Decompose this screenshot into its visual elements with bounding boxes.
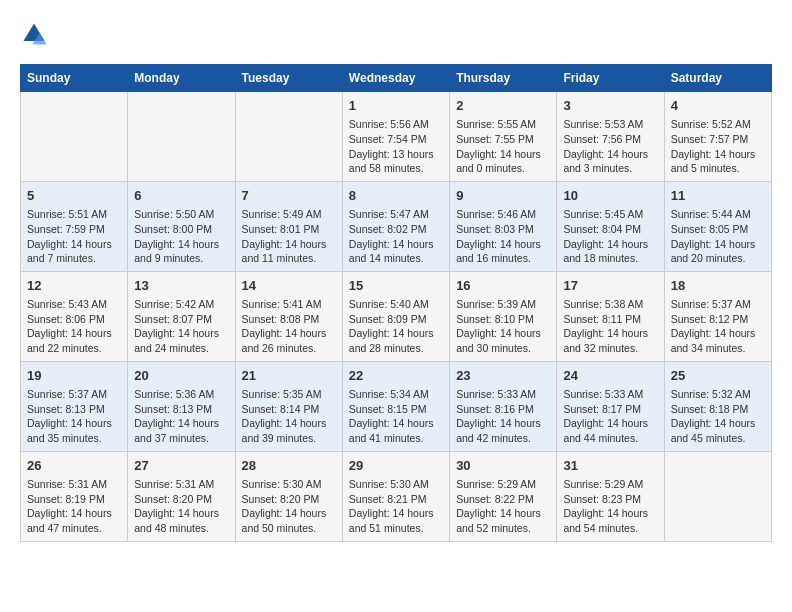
calendar-cell: [128, 92, 235, 182]
calendar-table: SundayMondayTuesdayWednesdayThursdayFrid…: [20, 64, 772, 542]
day-info: Sunrise: 5:37 AM Sunset: 8:12 PM Dayligh…: [671, 297, 765, 356]
calendar-cell: 11Sunrise: 5:44 AM Sunset: 8:05 PM Dayli…: [664, 181, 771, 271]
calendar-cell: 4Sunrise: 5:52 AM Sunset: 7:57 PM Daylig…: [664, 92, 771, 182]
calendar-cell: 7Sunrise: 5:49 AM Sunset: 8:01 PM Daylig…: [235, 181, 342, 271]
day-number: 21: [242, 367, 336, 385]
day-info: Sunrise: 5:36 AM Sunset: 8:13 PM Dayligh…: [134, 387, 228, 446]
day-number: 16: [456, 277, 550, 295]
day-info: Sunrise: 5:34 AM Sunset: 8:15 PM Dayligh…: [349, 387, 443, 446]
day-info: Sunrise: 5:35 AM Sunset: 8:14 PM Dayligh…: [242, 387, 336, 446]
calendar-cell: [235, 92, 342, 182]
calendar-cell: 28Sunrise: 5:30 AM Sunset: 8:20 PM Dayli…: [235, 451, 342, 541]
header-day-monday: Monday: [128, 65, 235, 92]
day-number: 1: [349, 97, 443, 115]
day-number: 5: [27, 187, 121, 205]
calendar-header: SundayMondayTuesdayWednesdayThursdayFrid…: [21, 65, 772, 92]
week-row-2: 12Sunrise: 5:43 AM Sunset: 8:06 PM Dayli…: [21, 271, 772, 361]
day-info: Sunrise: 5:46 AM Sunset: 8:03 PM Dayligh…: [456, 207, 550, 266]
day-number: 10: [563, 187, 657, 205]
week-row-0: 1Sunrise: 5:56 AM Sunset: 7:54 PM Daylig…: [21, 92, 772, 182]
day-info: Sunrise: 5:30 AM Sunset: 8:21 PM Dayligh…: [349, 477, 443, 536]
day-info: Sunrise: 5:42 AM Sunset: 8:07 PM Dayligh…: [134, 297, 228, 356]
day-number: 27: [134, 457, 228, 475]
week-row-3: 19Sunrise: 5:37 AM Sunset: 8:13 PM Dayli…: [21, 361, 772, 451]
day-info: Sunrise: 5:45 AM Sunset: 8:04 PM Dayligh…: [563, 207, 657, 266]
day-number: 3: [563, 97, 657, 115]
logo: [20, 20, 52, 48]
calendar-cell: 23Sunrise: 5:33 AM Sunset: 8:16 PM Dayli…: [450, 361, 557, 451]
day-info: Sunrise: 5:39 AM Sunset: 8:10 PM Dayligh…: [456, 297, 550, 356]
calendar-cell: 13Sunrise: 5:42 AM Sunset: 8:07 PM Dayli…: [128, 271, 235, 361]
calendar-cell: 12Sunrise: 5:43 AM Sunset: 8:06 PM Dayli…: [21, 271, 128, 361]
logo-icon: [20, 20, 48, 48]
day-info: Sunrise: 5:31 AM Sunset: 8:20 PM Dayligh…: [134, 477, 228, 536]
calendar-cell: 15Sunrise: 5:40 AM Sunset: 8:09 PM Dayli…: [342, 271, 449, 361]
calendar-cell: 3Sunrise: 5:53 AM Sunset: 7:56 PM Daylig…: [557, 92, 664, 182]
day-number: 28: [242, 457, 336, 475]
calendar-cell: 9Sunrise: 5:46 AM Sunset: 8:03 PM Daylig…: [450, 181, 557, 271]
day-info: Sunrise: 5:29 AM Sunset: 8:22 PM Dayligh…: [456, 477, 550, 536]
calendar-cell: [21, 92, 128, 182]
calendar-cell: 29Sunrise: 5:30 AM Sunset: 8:21 PM Dayli…: [342, 451, 449, 541]
day-info: Sunrise: 5:31 AM Sunset: 8:19 PM Dayligh…: [27, 477, 121, 536]
calendar-cell: 8Sunrise: 5:47 AM Sunset: 8:02 PM Daylig…: [342, 181, 449, 271]
calendar-cell: 24Sunrise: 5:33 AM Sunset: 8:17 PM Dayli…: [557, 361, 664, 451]
day-info: Sunrise: 5:33 AM Sunset: 8:17 PM Dayligh…: [563, 387, 657, 446]
calendar-cell: 26Sunrise: 5:31 AM Sunset: 8:19 PM Dayli…: [21, 451, 128, 541]
day-number: 31: [563, 457, 657, 475]
calendar-cell: 30Sunrise: 5:29 AM Sunset: 8:22 PM Dayli…: [450, 451, 557, 541]
day-info: Sunrise: 5:56 AM Sunset: 7:54 PM Dayligh…: [349, 117, 443, 176]
day-number: 11: [671, 187, 765, 205]
day-info: Sunrise: 5:37 AM Sunset: 8:13 PM Dayligh…: [27, 387, 121, 446]
day-info: Sunrise: 5:29 AM Sunset: 8:23 PM Dayligh…: [563, 477, 657, 536]
day-number: 15: [349, 277, 443, 295]
calendar-cell: 19Sunrise: 5:37 AM Sunset: 8:13 PM Dayli…: [21, 361, 128, 451]
day-number: 7: [242, 187, 336, 205]
day-number: 17: [563, 277, 657, 295]
week-row-4: 26Sunrise: 5:31 AM Sunset: 8:19 PM Dayli…: [21, 451, 772, 541]
calendar-cell: 20Sunrise: 5:36 AM Sunset: 8:13 PM Dayli…: [128, 361, 235, 451]
header-day-tuesday: Tuesday: [235, 65, 342, 92]
calendar-cell: 5Sunrise: 5:51 AM Sunset: 7:59 PM Daylig…: [21, 181, 128, 271]
header-day-sunday: Sunday: [21, 65, 128, 92]
week-row-1: 5Sunrise: 5:51 AM Sunset: 7:59 PM Daylig…: [21, 181, 772, 271]
header-day-thursday: Thursday: [450, 65, 557, 92]
header-day-saturday: Saturday: [664, 65, 771, 92]
header-day-wednesday: Wednesday: [342, 65, 449, 92]
day-info: Sunrise: 5:44 AM Sunset: 8:05 PM Dayligh…: [671, 207, 765, 266]
day-number: 8: [349, 187, 443, 205]
day-number: 2: [456, 97, 550, 115]
day-number: 19: [27, 367, 121, 385]
day-info: Sunrise: 5:38 AM Sunset: 8:11 PM Dayligh…: [563, 297, 657, 356]
day-info: Sunrise: 5:52 AM Sunset: 7:57 PM Dayligh…: [671, 117, 765, 176]
page-header: [20, 20, 772, 48]
day-number: 9: [456, 187, 550, 205]
calendar-cell: 1Sunrise: 5:56 AM Sunset: 7:54 PM Daylig…: [342, 92, 449, 182]
day-info: Sunrise: 5:49 AM Sunset: 8:01 PM Dayligh…: [242, 207, 336, 266]
day-number: 24: [563, 367, 657, 385]
day-info: Sunrise: 5:30 AM Sunset: 8:20 PM Dayligh…: [242, 477, 336, 536]
day-info: Sunrise: 5:43 AM Sunset: 8:06 PM Dayligh…: [27, 297, 121, 356]
calendar-body: 1Sunrise: 5:56 AM Sunset: 7:54 PM Daylig…: [21, 92, 772, 542]
calendar-cell: 22Sunrise: 5:34 AM Sunset: 8:15 PM Dayli…: [342, 361, 449, 451]
calendar-cell: 16Sunrise: 5:39 AM Sunset: 8:10 PM Dayli…: [450, 271, 557, 361]
calendar-cell: 17Sunrise: 5:38 AM Sunset: 8:11 PM Dayli…: [557, 271, 664, 361]
calendar-cell: 14Sunrise: 5:41 AM Sunset: 8:08 PM Dayli…: [235, 271, 342, 361]
calendar-cell: 27Sunrise: 5:31 AM Sunset: 8:20 PM Dayli…: [128, 451, 235, 541]
day-number: 18: [671, 277, 765, 295]
day-number: 4: [671, 97, 765, 115]
day-info: Sunrise: 5:47 AM Sunset: 8:02 PM Dayligh…: [349, 207, 443, 266]
calendar-cell: 2Sunrise: 5:55 AM Sunset: 7:55 PM Daylig…: [450, 92, 557, 182]
day-info: Sunrise: 5:53 AM Sunset: 7:56 PM Dayligh…: [563, 117, 657, 176]
day-info: Sunrise: 5:55 AM Sunset: 7:55 PM Dayligh…: [456, 117, 550, 176]
header-day-friday: Friday: [557, 65, 664, 92]
calendar-cell: 10Sunrise: 5:45 AM Sunset: 8:04 PM Dayli…: [557, 181, 664, 271]
calendar-cell: 31Sunrise: 5:29 AM Sunset: 8:23 PM Dayli…: [557, 451, 664, 541]
day-number: 29: [349, 457, 443, 475]
day-number: 30: [456, 457, 550, 475]
day-info: Sunrise: 5:41 AM Sunset: 8:08 PM Dayligh…: [242, 297, 336, 356]
day-info: Sunrise: 5:50 AM Sunset: 8:00 PM Dayligh…: [134, 207, 228, 266]
day-number: 6: [134, 187, 228, 205]
calendar-cell: 6Sunrise: 5:50 AM Sunset: 8:00 PM Daylig…: [128, 181, 235, 271]
calendar-cell: 18Sunrise: 5:37 AM Sunset: 8:12 PM Dayli…: [664, 271, 771, 361]
